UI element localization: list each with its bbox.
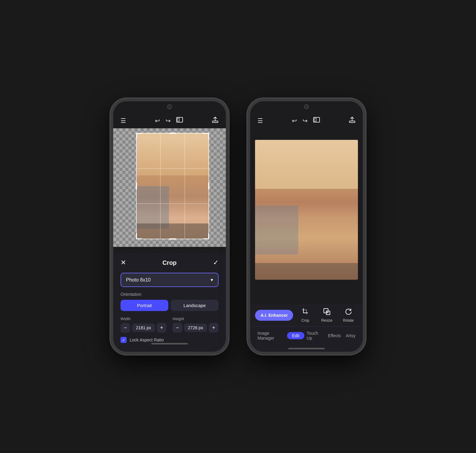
mid-handle-left[interactable] — [136, 182, 137, 190]
resize-tool-item[interactable]: Resize — [317, 308, 336, 323]
crop-title: Crop — [163, 259, 177, 266]
crop-confirm-button[interactable]: ✓ — [213, 259, 219, 267]
tab-row: Image Manager Edit Touch Up Effects Arts… — [250, 326, 363, 348]
portrait-button[interactable]: Portrait — [121, 300, 168, 311]
svg-rect-5 — [349, 121, 355, 123]
preset-dropdown[interactable]: Photo 8x10 ▾ — [121, 273, 219, 287]
orientation-label: Orientation — [121, 292, 219, 297]
right-top-bar-icons: ↩ ↪ — [292, 117, 320, 124]
crop-cancel-button[interactable]: ✕ — [121, 259, 126, 267]
left-undo-icon[interactable]: ↩ — [155, 117, 160, 124]
home-indicator-right — [288, 348, 325, 349]
right-top-bar: ☰ ↩ ↪ — [250, 101, 363, 128]
right-image-area — [255, 131, 358, 289]
corner-bl[interactable] — [136, 233, 142, 239]
right-undo-icon[interactable]: ↩ — [292, 117, 297, 124]
width-group: Width − 2181 px + — [121, 316, 166, 333]
height-control: − 2726 px + — [173, 323, 219, 333]
scene: ☰ ↩ ↪ — [98, 86, 378, 367]
orientation-row: Portrait Landscape — [121, 300, 219, 311]
left-top-bar-icons: ↩ ↪ — [155, 117, 183, 124]
tab-artsy[interactable]: Artsy — [343, 332, 358, 339]
right-photo — [255, 140, 358, 280]
crop-canvas — [113, 128, 226, 247]
left-phone: ☰ ↩ ↪ — [110, 98, 229, 355]
height-group: Height − 2726 px + — [173, 316, 219, 333]
lock-row: ✓ Lock Aspect Ratio — [121, 337, 219, 343]
left-redo-icon[interactable]: ↪ — [166, 117, 171, 124]
height-value: 2726 px — [184, 323, 207, 332]
corner-tr[interactable] — [203, 133, 209, 139]
right-frame-icon[interactable] — [313, 117, 320, 124]
resize-tool-label: Resize — [321, 318, 332, 323]
right-bottom-panel: A.I. Enhancer Crop — [250, 304, 363, 352]
right-upload-icon[interactable] — [349, 116, 355, 125]
height-plus-button[interactable]: + — [209, 323, 219, 333]
svg-rect-2 — [212, 121, 218, 123]
rotate-tool-item[interactable]: Rotate — [339, 308, 358, 323]
left-upload-icon[interactable] — [212, 116, 219, 125]
width-control: − 2181 px + — [121, 323, 166, 333]
dimensions-row: Width − 2181 px + Height − 2726 px + — [121, 316, 219, 333]
landscape-button[interactable]: Landscape — [171, 300, 219, 311]
crop-tool-label: Crop — [301, 318, 309, 323]
tab-image-manager[interactable]: Image Manager — [255, 330, 287, 342]
tab-edit[interactable]: Edit — [287, 332, 304, 339]
crop-bottom-panel: ✕ Crop ✓ Photo 8x10 ▾ Orientation Portra… — [113, 253, 226, 352]
preset-label: Photo 8x10 — [126, 277, 151, 283]
home-indicator-left — [151, 343, 188, 344]
svg-rect-4 — [314, 118, 316, 121]
left-menu-icon[interactable]: ☰ — [121, 117, 126, 124]
mid-handle-top[interactable] — [169, 133, 176, 134]
width-minus-button[interactable]: − — [121, 323, 130, 333]
mid-handle-bottom[interactable] — [169, 238, 176, 240]
svg-rect-1 — [177, 118, 179, 121]
ai-enhancer-button[interactable]: A.I. Enhancer — [255, 310, 293, 321]
rotate-tool-label: Rotate — [343, 318, 354, 323]
height-minus-button[interactable]: − — [173, 323, 182, 333]
chevron-down-icon: ▾ — [211, 277, 213, 283]
tab-effects[interactable]: Effects — [326, 332, 344, 339]
right-phone: ☰ ↩ ↪ — [247, 98, 366, 355]
tab-touch-up[interactable]: Touch Up — [304, 330, 326, 342]
tool-row: A.I. Enhancer Crop — [250, 304, 363, 326]
right-redo-icon[interactable]: ↪ — [303, 117, 308, 124]
width-label: Width — [121, 316, 166, 321]
corner-br[interactable] — [203, 233, 209, 239]
left-frame-icon[interactable] — [176, 117, 183, 124]
crop-tool-icon — [302, 308, 309, 317]
mid-handle-right[interactable] — [208, 182, 209, 190]
corner-tl[interactable] — [136, 133, 142, 139]
crop-toolbar: ✕ Crop ✓ — [121, 259, 219, 267]
rotate-tool-icon — [345, 308, 352, 317]
resize-tool-icon — [323, 308, 331, 317]
crop-tool-item[interactable]: Crop — [296, 308, 315, 323]
width-plus-button[interactable]: + — [157, 323, 166, 333]
lock-label: Lock Aspect Ratio — [130, 337, 164, 342]
crop-frame[interactable] — [136, 133, 209, 239]
height-label: Height — [173, 316, 219, 321]
left-top-bar: ☰ ↩ ↪ — [113, 101, 226, 128]
width-value: 2181 px — [132, 323, 155, 332]
lock-checkbox[interactable]: ✓ — [121, 337, 127, 343]
right-menu-icon[interactable]: ☰ — [257, 117, 263, 124]
